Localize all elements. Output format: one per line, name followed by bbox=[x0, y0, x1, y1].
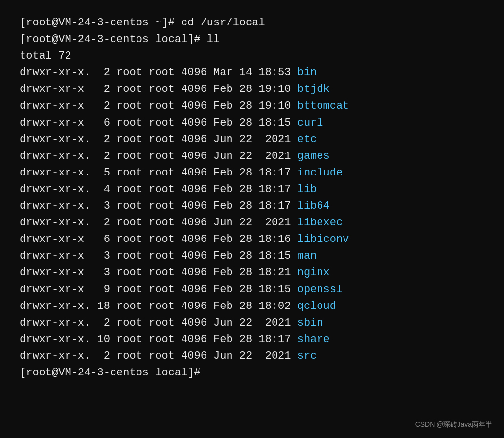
directory-name: src bbox=[298, 350, 317, 362]
terminal-line: [root@VM-24-3-centos local]# ll bbox=[20, 31, 484, 48]
terminal-line: drwxr-xr-x. 4 root root 4096 Feb 28 18:1… bbox=[20, 181, 484, 198]
terminal-line: drwxr-xr-x 2 root root 4096 Feb 28 19:10… bbox=[20, 81, 484, 98]
directory-name: sbin bbox=[298, 317, 323, 329]
directory-name: nginx bbox=[298, 266, 330, 279]
directory-name: btjdk bbox=[298, 83, 330, 95]
directory-name: libiconv bbox=[298, 233, 349, 245]
directory-name: games bbox=[298, 150, 330, 162]
terminal-line: drwxr-xr-x. 2 root root 4096 Jun 22 2021… bbox=[20, 348, 484, 365]
terminal-line: drwxr-xr-x 2 root root 4096 Feb 28 19:10… bbox=[20, 98, 484, 114]
terminal-line: drwxr-xr-x 9 root root 4096 Feb 28 18:15… bbox=[20, 282, 484, 298]
directory-name: openssl bbox=[298, 284, 343, 296]
terminal-line: drwxr-xr-x. 2 root root 4096 Jun 22 2021… bbox=[20, 215, 484, 231]
terminal-line: drwxr-xr-x. 5 root root 4096 Feb 28 18:1… bbox=[20, 165, 484, 181]
directory-name: libexec bbox=[298, 217, 343, 229]
directory-name: include bbox=[298, 167, 343, 179]
terminal-line: drwxr-xr-x. 2 root root 4096 Jun 22 2021… bbox=[20, 315, 484, 331]
directory-name: bin bbox=[298, 66, 317, 79]
terminal-line: drwxr-xr-x. 2 root root 4096 Jun 22 2021… bbox=[20, 131, 484, 148]
watermark: CSDN @琛砖Java两年半 bbox=[415, 420, 492, 429]
terminal-line: drwxr-xr-x 6 root root 4096 Feb 28 18:15… bbox=[20, 115, 484, 131]
directory-name: share bbox=[298, 333, 330, 346]
terminal-line: drwxr-xr-x. 2 root root 4096 Mar 14 18:5… bbox=[20, 65, 484, 81]
directory-name: lib64 bbox=[298, 200, 330, 212]
directory-name: curl bbox=[298, 117, 323, 129]
terminal-line: [root@VM-24-3-centos ~]# cd /usr/local bbox=[20, 15, 484, 31]
directory-name: man bbox=[298, 250, 317, 262]
directory-name: lib bbox=[298, 183, 317, 196]
directory-name: qcloud bbox=[298, 300, 336, 312]
terminal-line: drwxr-xr-x 6 root root 4096 Feb 28 18:16… bbox=[20, 231, 484, 248]
terminal-line: drwxr-xr-x. 18 root root 4096 Feb 28 18:… bbox=[20, 298, 484, 315]
terminal-line: [root@VM-24-3-centos local]# bbox=[20, 365, 484, 381]
terminal-line: total 72 bbox=[20, 48, 484, 65]
terminal-line: drwxr-xr-x. 2 root root 4096 Jun 22 2021… bbox=[20, 148, 484, 165]
directory-name: bttomcat bbox=[298, 100, 349, 112]
directory-name: etc bbox=[298, 133, 317, 146]
terminal-line: drwxr-xr-x 3 root root 4096 Feb 28 18:21… bbox=[20, 264, 484, 281]
terminal-line: drwxr-xr-x. 10 root root 4096 Feb 28 18:… bbox=[20, 331, 484, 348]
terminal-window: [root@VM-24-3-centos ~]# cd /usr/local[r… bbox=[0, 0, 504, 396]
terminal-line: drwxr-xr-x. 3 root root 4096 Feb 28 18:1… bbox=[20, 198, 484, 215]
terminal-line: drwxr-xr-x 3 root root 4096 Feb 28 18:15… bbox=[20, 248, 484, 264]
